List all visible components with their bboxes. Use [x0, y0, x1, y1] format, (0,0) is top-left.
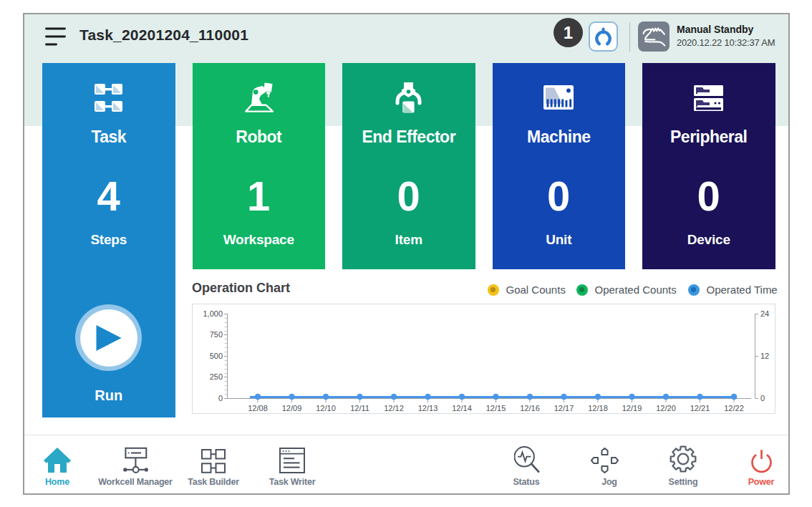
svg-text:0: 0 — [760, 394, 765, 402]
svg-text:12: 12 — [760, 352, 769, 360]
svg-text:12/19: 12/19 — [622, 404, 642, 412]
svg-text:12/17: 12/17 — [554, 404, 574, 412]
svg-text:12/12: 12/12 — [384, 404, 404, 412]
svg-text:12/09: 12/09 — [282, 404, 302, 412]
svg-text:24: 24 — [760, 309, 769, 318]
svg-text:12/21: 12/21 — [690, 404, 710, 412]
svg-text:750: 750 — [210, 330, 223, 339]
svg-text:500: 500 — [210, 352, 223, 360]
svg-text:12/13: 12/13 — [418, 404, 438, 412]
svg-text:12/22: 12/22 — [724, 404, 744, 412]
svg-text:250: 250 — [210, 372, 223, 381]
svg-text:12/15: 12/15 — [486, 404, 506, 412]
svg-text:12/10: 12/10 — [316, 404, 336, 412]
svg-text:12/11: 12/11 — [350, 404, 369, 412]
svg-text:1,000: 1,000 — [203, 309, 223, 318]
svg-text:12/14: 12/14 — [452, 404, 472, 412]
svg-text:12/08: 12/08 — [248, 404, 268, 412]
svg-text:12/16: 12/16 — [520, 404, 540, 412]
svg-text:12/18: 12/18 — [588, 404, 608, 412]
svg-text:12/20: 12/20 — [656, 404, 676, 412]
svg-text:0: 0 — [218, 394, 223, 402]
